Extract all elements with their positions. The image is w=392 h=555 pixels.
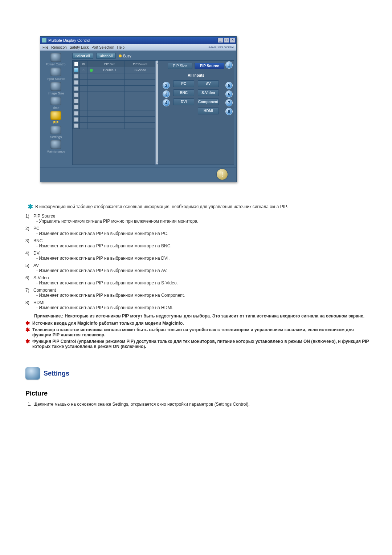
busy-dot-icon [119,54,122,57]
row-pip-source-cell [124,92,156,98]
row-checkbox-cell[interactable] [73,86,80,92]
row-id-cell [80,80,87,86]
list-number: 4) [25,251,33,256]
table-row[interactable] [73,80,156,86]
row-checkbox-cell[interactable] [73,117,80,123]
row-checkbox-cell[interactable] [73,80,80,86]
row-pip-size-cell [95,110,125,117]
checkbox-icon[interactable] [74,80,78,85]
sidebar-item-maintenance[interactable]: Maintenance [42,139,70,153]
checkbox-icon[interactable] [74,111,78,116]
menu-file[interactable]: File [42,45,48,49]
table-row[interactable] [73,117,156,123]
list-number: 7) [25,288,33,293]
callout-7: 7 [225,99,233,106]
input-svideo-button[interactable]: S-Video [198,89,219,96]
list-item: 1. Щелкните мышью на основном значке Set… [25,402,370,407]
sidebar-item-time[interactable]: Time [42,96,70,110]
list-body: PC- Изменяет источник сигнала PIP на выб… [33,226,370,236]
table-row[interactable] [73,98,156,104]
sidebar-item-image-size[interactable]: Image Size [42,81,70,95]
sidebar-item-pip[interactable]: PIP [42,110,70,124]
row-checkbox-cell[interactable] [73,98,80,104]
input-bnc-button[interactable]: BNC [173,89,194,96]
col-status-icon[interactable] [87,61,95,67]
checkbox-icon[interactable] [74,117,78,122]
sidebar-label: Settings [50,135,62,139]
row-id-cell [80,73,87,80]
image-size-icon [50,82,61,91]
table-row[interactable] [73,110,156,117]
table-row[interactable] [73,73,156,80]
menu-safety-lock[interactable]: Safety Lock [70,45,89,49]
row-pip-size-cell [95,104,125,110]
input-pc-button[interactable]: PC [173,80,194,87]
sidebar-item-input-source[interactable]: Input Source [42,67,70,81]
list-item: 4)DVI- Изменяет источник сигнала PIP на … [25,251,370,261]
input-dvi-button[interactable]: DVI [173,98,194,105]
col-pip-size[interactable]: PIP Size [95,61,125,67]
window-maximize-button[interactable]: □ [224,38,229,43]
input-component-button[interactable]: Component [198,98,219,105]
list-body: AV- Изменяет источник сигнала PIP на выб… [33,263,370,273]
row-checkbox-cell[interactable] [73,67,80,73]
menu-help[interactable]: Help [117,45,124,49]
row-id-cell [80,110,87,117]
clear-all-button[interactable]: Clear All [96,53,116,59]
checkbox-icon[interactable] [74,93,78,97]
power-control-icon [50,53,61,62]
list-title: S-Video [33,275,370,280]
row-checkbox-cell[interactable] [73,73,80,80]
important-note: ✱Источник ввода для MagicInfo работает т… [25,321,370,326]
sidebar-item-power-control[interactable]: Power Control [42,52,70,66]
table-row[interactable] [73,123,156,129]
input-grid: PC AV BNC S-Video DVI Component HDMI [173,80,219,114]
list-number: 5) [25,263,33,268]
statusbar: ! [40,167,236,182]
checkbox-icon[interactable] [74,68,78,72]
tab-pip-source[interactable]: PIP Source [195,63,225,69]
app-body: Power Control Input Source Image Size Ti… [40,51,236,167]
list-number: 3) [25,238,33,243]
col-pip-source[interactable]: PIP Source [124,61,156,67]
table-row[interactable] [73,92,156,98]
input-source-icon [50,68,61,76]
checkbox-icon[interactable] [74,123,78,128]
menu-remocon[interactable]: Remocon [51,45,67,49]
checkbox-icon[interactable] [74,86,78,91]
sidebar-label: Power Control [45,62,66,66]
callout-4: 4 [163,99,170,106]
important-note-text: Телевизор в качестве источника сигнала м… [32,327,370,337]
menu-port-selection[interactable]: Port Selection [91,45,114,49]
row-id-cell [80,104,87,110]
checkbox-icon[interactable] [74,99,78,103]
sidebar-label: Time [52,106,60,110]
row-status-cell [87,98,95,104]
row-pip-size-cell [95,86,125,92]
window-close-button[interactable]: × [230,38,236,43]
control-panel: PIP Size PIP Source All Inputs PC AV BNC… [158,60,234,165]
red-star-icon: ✱ [25,327,30,337]
input-hdmi-button[interactable]: HDMI [198,108,219,114]
window-minimize-button[interactable]: _ [217,38,223,43]
row-id-cell [80,98,87,104]
list-body: S-Video- Изменяет источник сигнала PIP н… [33,275,370,285]
col-id[interactable]: ID [80,61,87,67]
row-pip-size-cell [95,117,125,123]
row-checkbox-cell[interactable] [73,123,80,129]
table-row[interactable] [73,104,156,110]
sidebar-item-settings[interactable]: Settings [42,125,70,139]
table-row[interactable]: 0Double 1S-Video [73,67,156,73]
checkbox-icon[interactable] [74,74,78,78]
table-row[interactable] [73,86,156,92]
col-checkbox[interactable]: ✓ [73,61,80,67]
input-av-button[interactable]: AV [198,80,219,87]
tab-pip-size[interactable]: PIP Size [168,63,192,69]
row-checkbox-cell[interactable] [73,110,80,117]
row-checkbox-cell[interactable] [73,92,80,98]
row-checkbox-cell[interactable] [73,104,80,110]
select-all-button[interactable]: Select All [72,53,93,59]
titlebar: Multiple Display Control _ □ × [40,37,236,44]
list-number: 6) [25,275,33,280]
checkbox-icon[interactable] [74,105,78,109]
